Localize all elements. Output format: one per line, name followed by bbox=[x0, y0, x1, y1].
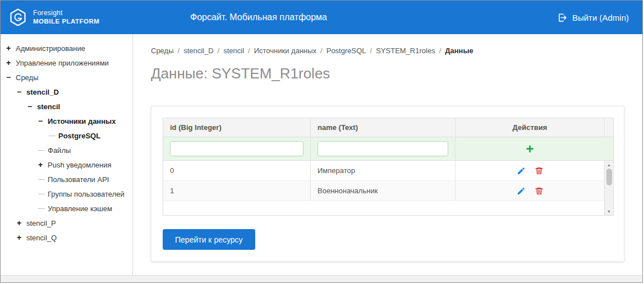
data-table: id (Big Integer) name (Text) Действия bbox=[163, 118, 614, 216]
table-header-row: id (Big Integer) name (Text) Действия bbox=[163, 118, 613, 137]
breadcrumb-link-stencil-d[interactable]: stencil_D bbox=[183, 46, 213, 55]
cell-name: Военноначальник bbox=[310, 181, 455, 201]
sidebar-item-cache-management[interactable]: Управление кэшем bbox=[1, 201, 132, 216]
vertical-scrollbar[interactable]: ▲ ▼ bbox=[604, 161, 613, 215]
top-bar: Foresight MOBILE PLATFORM Форсайт. Мобил… bbox=[1, 1, 642, 34]
breadcrumb-link-system-r1roles[interactable]: SYSTEM_R1roles bbox=[376, 46, 435, 55]
sidebar-item-label: Группы пользователей bbox=[48, 190, 125, 198]
sidebar-item-label: Пользователи API bbox=[48, 175, 109, 184]
column-header-name[interactable]: name (Text) bbox=[310, 118, 455, 137]
tree-connector bbox=[38, 194, 45, 194]
edit-icon[interactable] bbox=[517, 166, 526, 175]
sidebar-item-postgresql[interactable]: PostgreSQL bbox=[1, 128, 132, 143]
cell-actions bbox=[455, 181, 604, 201]
breadcrumb-separator: / bbox=[320, 46, 323, 55]
collapse-icon[interactable]: − bbox=[6, 73, 16, 82]
edit-icon[interactable] bbox=[517, 187, 526, 195]
logo-title: Foresight bbox=[33, 9, 99, 17]
table-empty-space bbox=[163, 201, 604, 215]
breadcrumb-link-environments[interactable]: Среды bbox=[151, 46, 174, 55]
sidebar-item-stencil-d[interactable]: − stencil_D bbox=[1, 85, 132, 99]
logo-text: Foresight MOBILE PLATFORM bbox=[33, 9, 99, 25]
table-rows: 0 Император bbox=[163, 161, 604, 215]
tree-connector bbox=[49, 136, 56, 136]
sidebar-item-label: Источники данных bbox=[48, 117, 116, 125]
page-title: Данные: SYSTEM_R1roles bbox=[151, 65, 622, 82]
filter-name-input[interactable] bbox=[318, 141, 448, 156]
breadcrumb: Среды / stencil_D / stencil / Источники … bbox=[151, 46, 622, 55]
sidebar-item-stencil-q[interactable]: + stencil_Q bbox=[1, 230, 132, 245]
tree-connector bbox=[38, 208, 45, 209]
logout-icon bbox=[557, 12, 568, 23]
sidebar-item-user-groups[interactable]: Группы пользователей bbox=[1, 187, 132, 201]
expand-icon[interactable]: + bbox=[17, 233, 26, 242]
sidebar-item-stencil[interactable]: − stencil bbox=[1, 99, 132, 114]
collapse-icon[interactable]: − bbox=[38, 117, 48, 125]
table-row[interactable]: 0 Император bbox=[163, 161, 604, 181]
scroll-up-icon[interactable]: ▲ bbox=[605, 161, 613, 169]
column-header-actions: Действия bbox=[455, 118, 604, 137]
filter-id-input[interactable] bbox=[170, 141, 303, 156]
sidebar-item-label: stencil_Q bbox=[26, 234, 57, 242]
delete-icon[interactable] bbox=[535, 187, 544, 195]
breadcrumb-link-postgresql[interactable]: PostgreSQL bbox=[326, 46, 366, 55]
sidebar-item-administration[interactable]: + Администрирование bbox=[1, 41, 132, 55]
expand-icon[interactable]: + bbox=[17, 218, 26, 227]
sidebar-item-label: stencil_D bbox=[26, 88, 59, 96]
main-content: Среды / stencil_D / stencil / Источники … bbox=[133, 34, 642, 275]
cell-id: 0 bbox=[163, 161, 310, 180]
sidebar-item-label: Управление кэшем bbox=[48, 204, 112, 213]
tree-connector bbox=[38, 179, 45, 180]
breadcrumb-current: Данные bbox=[445, 46, 473, 55]
filter-scrollbar-spacer bbox=[604, 137, 613, 160]
data-card: id (Big Integer) name (Text) Действия bbox=[151, 106, 624, 262]
app-title: Форсайт. Мобильная платформа bbox=[141, 12, 376, 22]
tree-connector bbox=[38, 150, 45, 151]
foresight-logo-icon bbox=[8, 8, 27, 27]
sidebar-item-files[interactable]: Файлы bbox=[1, 143, 132, 157]
breadcrumb-link-stencil[interactable]: stencil bbox=[223, 46, 244, 55]
scrollbar-thumb[interactable] bbox=[606, 169, 612, 185]
logo-subtitle: MOBILE PLATFORM bbox=[33, 17, 99, 25]
sidebar-item-push-notifications[interactable]: + Push уведомления bbox=[1, 157, 132, 172]
breadcrumb-separator: / bbox=[439, 46, 441, 55]
goto-resource-button[interactable]: Перейти к ресурсу bbox=[163, 229, 255, 250]
collapse-icon[interactable]: − bbox=[17, 87, 26, 96]
sidebar-item-label: Администрирование bbox=[16, 44, 85, 53]
column-header-id[interactable]: id (Big Integer) bbox=[163, 118, 310, 137]
expand-icon[interactable]: + bbox=[6, 58, 16, 67]
expand-icon[interactable]: + bbox=[38, 160, 48, 169]
logout-button[interactable]: Выйти (Admin) bbox=[557, 12, 629, 23]
horizontal-scrollbar[interactable] bbox=[1, 275, 642, 282]
breadcrumb-separator: / bbox=[370, 46, 372, 55]
sidebar-item-environments[interactable]: − Среды bbox=[1, 70, 132, 85]
cell-id: 1 bbox=[163, 181, 310, 201]
sidebar: + Администрирование + Управление приложе… bbox=[1, 34, 133, 275]
table-filter-row: + bbox=[163, 137, 613, 161]
cell-name: Император bbox=[310, 161, 455, 180]
expand-icon[interactable]: + bbox=[6, 44, 16, 53]
header-scrollbar-spacer bbox=[604, 118, 613, 137]
sidebar-item-app-management[interactable]: + Управление приложениями bbox=[1, 55, 132, 70]
content-row: + Администрирование + Управление приложе… bbox=[1, 34, 642, 275]
app-window: Foresight MOBILE PLATFORM Форсайт. Мобил… bbox=[0, 0, 643, 283]
scroll-down-icon[interactable]: ▼ bbox=[605, 207, 613, 215]
sidebar-item-label: stencil bbox=[37, 103, 60, 111]
sidebar-item-data-sources[interactable]: − Источники данных bbox=[1, 114, 132, 128]
sidebar-item-label: Среды bbox=[16, 73, 39, 82]
sidebar-item-label: stencil_P bbox=[26, 219, 56, 227]
sidebar-item-label: Файлы bbox=[48, 146, 71, 155]
logout-label: Выйти (Admin) bbox=[572, 13, 629, 22]
breadcrumb-link-data-sources[interactable]: Источники данных bbox=[254, 46, 316, 55]
sidebar-item-label: Push уведомления bbox=[48, 161, 112, 169]
logo[interactable]: Foresight MOBILE PLATFORM bbox=[8, 8, 141, 27]
add-row-button[interactable]: + bbox=[520, 143, 539, 155]
delete-icon[interactable] bbox=[535, 166, 544, 175]
sidebar-item-api-users[interactable]: Пользователи API bbox=[1, 172, 132, 187]
collapse-icon[interactable]: − bbox=[27, 102, 37, 111]
sidebar-item-stencil-p[interactable]: + stencil_P bbox=[1, 216, 132, 230]
breadcrumb-separator: / bbox=[248, 46, 250, 55]
table-row[interactable]: 1 Военноначальник bbox=[163, 181, 604, 201]
cell-actions bbox=[455, 161, 604, 180]
breadcrumb-separator: / bbox=[218, 46, 220, 55]
